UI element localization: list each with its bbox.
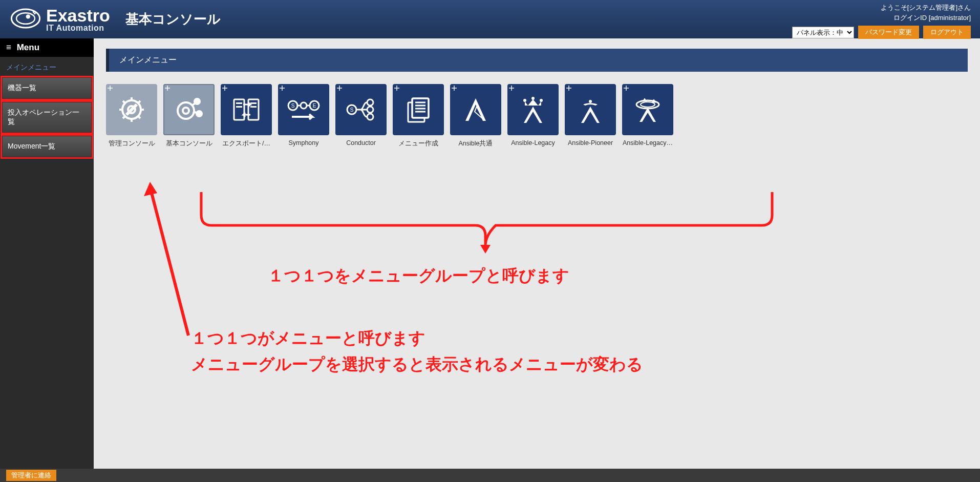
conductor-icon: S bbox=[335, 84, 387, 135]
logo-block: Exastro IT Automation bbox=[10, 3, 110, 36]
svg-point-36 bbox=[540, 99, 543, 102]
plus-icon bbox=[566, 86, 573, 93]
hamburger-icon: ≡ bbox=[6, 43, 11, 52]
svg-point-0 bbox=[11, 9, 39, 28]
contact-admin-button[interactable]: 管理者に連絡 bbox=[6, 470, 56, 481]
sidebar-item-label: 投入オペレーション一覧 bbox=[8, 108, 79, 125]
panel-label: Symphony bbox=[278, 139, 329, 146]
page-title: 基本コンソール bbox=[125, 10, 221, 28]
svg-text:S: S bbox=[350, 107, 354, 113]
sidebar-item-devices[interactable]: 機器一覧 bbox=[2, 77, 92, 99]
gear-wrench-icon bbox=[106, 84, 157, 135]
panel-conductor[interactable]: S Conductor bbox=[335, 84, 387, 148]
annotation-brace bbox=[199, 190, 777, 256]
panel-label: Ansible-Legacy bbox=[507, 139, 559, 146]
footer: 管理者に連絡 bbox=[0, 469, 980, 482]
panel-export[interactable]: エクスポート/… bbox=[221, 84, 272, 148]
ansible-orbit-icon bbox=[622, 84, 673, 135]
plus-icon bbox=[280, 86, 287, 93]
svg-text:S: S bbox=[291, 103, 295, 109]
panel-ansible-legacy-role[interactable]: Ansible-Legacy… bbox=[622, 84, 673, 148]
svg-point-23 bbox=[367, 99, 373, 106]
svg-point-37 bbox=[589, 100, 592, 103]
panel-label: 基本コンソール bbox=[163, 139, 215, 148]
panel-menu-create[interactable]: メニュー作成 bbox=[393, 84, 444, 148]
svg-point-34 bbox=[523, 99, 526, 102]
content-area: メインメニュー 管理コンソール 基本コンソール bbox=[94, 38, 980, 469]
svg-rect-12 bbox=[236, 102, 242, 104]
panel-ansible-common[interactable]: Ansible共通 bbox=[450, 84, 501, 148]
panel-label: Ansible-Legacy… bbox=[622, 139, 673, 146]
svg-marker-42 bbox=[480, 245, 491, 254]
gear-nodes-icon bbox=[163, 84, 215, 135]
svg-point-2 bbox=[26, 14, 30, 18]
export-import-icon bbox=[221, 84, 272, 135]
plus-icon bbox=[337, 86, 344, 93]
change-password-button[interactable]: パスワード変更 bbox=[858, 26, 919, 39]
svg-line-43 bbox=[150, 187, 188, 336]
logo-main-text: Exastro bbox=[46, 7, 110, 24]
panel-symphony[interactable]: SE Symphony bbox=[278, 84, 329, 148]
logo-swirl-icon bbox=[10, 3, 41, 36]
ansible-crown-icon bbox=[507, 84, 559, 135]
documents-icon bbox=[393, 84, 444, 135]
header-right: ようこそ[システム管理者]さん ログインID [administrator] パ… bbox=[792, 3, 971, 39]
symphony-icon: SE bbox=[278, 84, 329, 135]
panel-label: Ansible共通 bbox=[450, 139, 501, 148]
svg-point-35 bbox=[531, 97, 535, 100]
plus-icon bbox=[222, 86, 229, 93]
plus-icon bbox=[165, 86, 172, 93]
app-header: Exastro IT Automation 基本コンソール ようこそ[システム管… bbox=[0, 0, 980, 38]
logout-button[interactable]: ログアウト bbox=[923, 26, 971, 39]
svg-point-24 bbox=[367, 107, 373, 113]
svg-rect-15 bbox=[250, 106, 257, 108]
panel-basic-console[interactable]: 基本コンソール bbox=[163, 84, 215, 148]
content-header: メインメニュー bbox=[106, 49, 968, 72]
plus-icon bbox=[624, 86, 631, 93]
panel-admin-console[interactable]: 管理コンソール bbox=[106, 84, 157, 148]
svg-point-1 bbox=[16, 13, 35, 24]
plus-icon bbox=[108, 86, 115, 93]
logo-text: Exastro IT Automation bbox=[46, 7, 110, 32]
panel-label: メニュー作成 bbox=[393, 139, 444, 148]
sidebar-item-label: 機器一覧 bbox=[8, 83, 36, 92]
plus-icon bbox=[394, 86, 401, 93]
sidebar: ≡ Menu メインメニュー 機器一覧 投入オペレーション一覧 Movement… bbox=[0, 38, 94, 469]
svg-rect-13 bbox=[236, 106, 242, 108]
login-id-text: ログインID [administrator] bbox=[792, 13, 971, 23]
svg-text:E: E bbox=[313, 103, 316, 109]
annotation-menu-text: １つ１つがメニューと呼びます メニューグループを選択すると表示されるメニューが変… bbox=[191, 325, 643, 378]
ansible-icon bbox=[450, 84, 501, 135]
panel-label: Conductor bbox=[335, 139, 387, 146]
svg-point-7 bbox=[183, 108, 189, 114]
panel-grid: 管理コンソール 基本コンソール エクスポート/… SE bbox=[106, 84, 968, 148]
menu-header-label: Menu bbox=[17, 43, 39, 52]
svg-marker-44 bbox=[144, 182, 157, 196]
svg-point-18 bbox=[301, 102, 307, 109]
panel-ansible-legacy[interactable]: Ansible-Legacy bbox=[507, 84, 559, 148]
sidebar-item-operations[interactable]: 投入オペレーション一覧 bbox=[2, 102, 92, 133]
annotation-group-text: １つ１つをメニューグループと呼びます bbox=[268, 263, 569, 289]
svg-point-25 bbox=[367, 114, 373, 120]
svg-rect-14 bbox=[250, 102, 257, 104]
menu-header[interactable]: ≡ Menu bbox=[0, 38, 94, 57]
sidebar-section-main[interactable]: メインメニュー bbox=[0, 57, 94, 77]
main-layout: ≡ Menu メインメニュー 機器一覧 投入オペレーション一覧 Movement… bbox=[0, 38, 980, 469]
plus-icon bbox=[509, 86, 516, 93]
panel-ansible-pioneer[interactable]: Ansible-Pioneer bbox=[565, 84, 616, 148]
sidebar-item-label: Movement一覧 bbox=[8, 142, 55, 150]
logo-sub-text: IT Automation bbox=[46, 24, 110, 32]
panel-label: 管理コンソール bbox=[106, 139, 157, 148]
plus-icon bbox=[452, 86, 459, 93]
panel-label: エクスポート/… bbox=[221, 139, 272, 148]
sidebar-item-movements[interactable]: Movement一覧 bbox=[2, 136, 92, 157]
ansible-sun-icon bbox=[565, 84, 616, 135]
welcome-text: ようこそ[システム管理者]さん bbox=[792, 3, 971, 12]
panel-size-select[interactable]: パネル表示：中 bbox=[792, 27, 854, 38]
panel-label: Ansible-Pioneer bbox=[565, 139, 616, 146]
annotation-arrow bbox=[140, 182, 201, 346]
